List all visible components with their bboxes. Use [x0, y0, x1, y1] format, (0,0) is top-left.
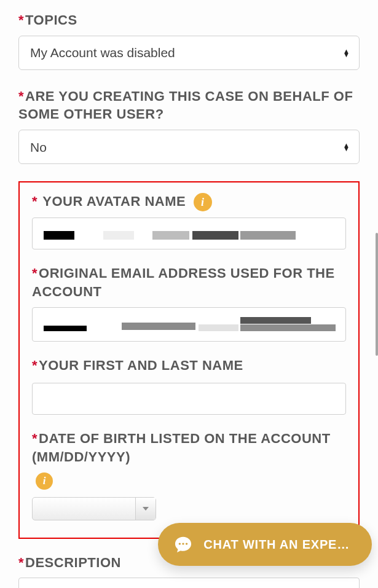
dob-picker[interactable]	[32, 497, 156, 520]
required-identity-section: YOUR AVATAR NAME i ORIGINAL EMAIL ADDRES…	[18, 181, 360, 539]
chat-label: CHAT WITH AN EXPE…	[203, 538, 350, 552]
form-page: TOPICS My Account was disabled ▲▼ ARE YO…	[0, 0, 378, 588]
scrollbar-indicator	[376, 233, 378, 356]
topics-select[interactable]: My Account was disabled	[18, 36, 360, 70]
avatar-name-label: YOUR AVATAR NAME i	[32, 192, 346, 211]
description-input[interactable]	[18, 578, 360, 588]
on-behalf-label: ARE YOU CREATING THIS CASE ON BEHALF OF …	[18, 87, 360, 123]
full-name-input[interactable]	[32, 383, 346, 415]
field-topics: TOPICS My Account was disabled ▲▼	[18, 11, 360, 70]
full-name-label: YOUR FIRST AND LAST NAME	[32, 356, 346, 375]
avatar-name-input[interactable]	[32, 218, 346, 249]
dob-label: DATE OF BIRTH LISTED ON THE ACCOUNT (MM/…	[32, 429, 346, 466]
chevron-down-icon	[142, 506, 149, 512]
topics-select-wrap: My Account was disabled ▲▼	[18, 36, 360, 70]
field-original-email: ORIGINAL EMAIL ADDRESS USED FOR THE ACCO…	[32, 264, 346, 341]
info-icon[interactable]: i	[194, 193, 212, 211]
info-icon[interactable]: i	[36, 472, 53, 490]
field-dob: DATE OF BIRTH LISTED ON THE ACCOUNT (MM/…	[32, 429, 346, 522]
original-email-input[interactable]	[32, 307, 346, 342]
avatar-name-label-text: YOUR AVATAR NAME	[42, 194, 186, 209]
dob-picker-button[interactable]	[135, 498, 156, 520]
original-email-label: ORIGINAL EMAIL ADDRESS USED FOR THE ACCO…	[32, 264, 346, 300]
field-avatar-name: YOUR AVATAR NAME i	[32, 192, 346, 249]
on-behalf-select[interactable]: No	[18, 130, 360, 164]
topics-label: TOPICS	[18, 11, 360, 29]
chat-widget[interactable]: CHAT WITH AN EXPE…	[158, 523, 372, 566]
on-behalf-select-wrap: No ▲▼	[18, 130, 360, 164]
field-full-name: YOUR FIRST AND LAST NAME	[32, 356, 346, 430]
field-on-behalf: ARE YOU CREATING THIS CASE ON BEHALF OF …	[18, 87, 360, 164]
chat-icon	[174, 536, 192, 553]
